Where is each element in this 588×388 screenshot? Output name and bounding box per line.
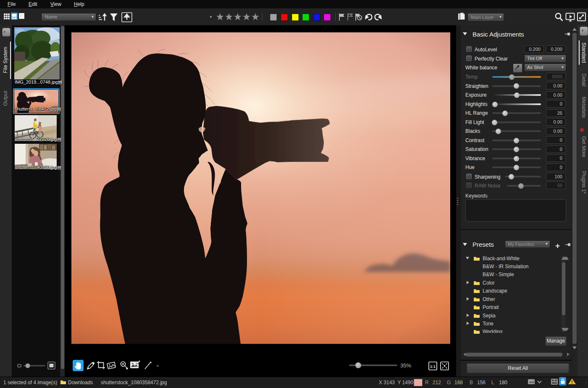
svg-text:1:1: 1:1 — [430, 364, 436, 369]
